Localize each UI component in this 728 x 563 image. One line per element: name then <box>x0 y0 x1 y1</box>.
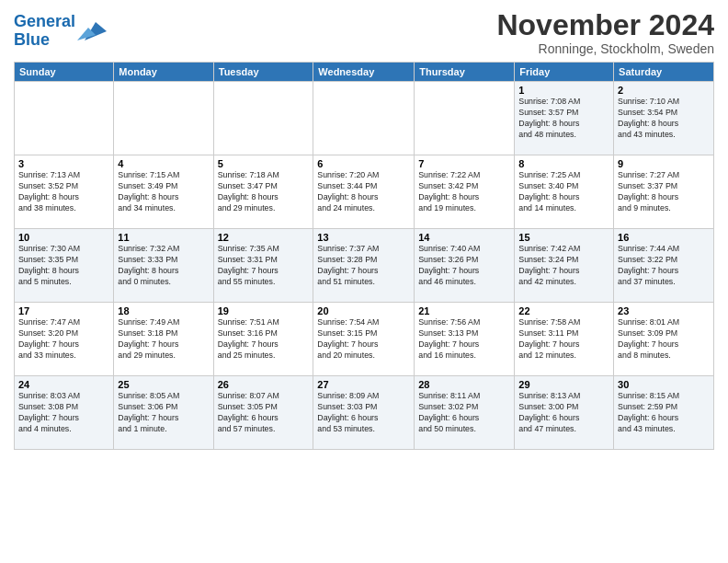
cell-week0-day6: 2Sunrise: 7:10 AMSunset: 3:54 PMDaylight… <box>614 82 714 155</box>
day-info: Sunrise: 8:07 AMSunset: 3:05 PMDaylight:… <box>218 391 310 435</box>
day-info: Sunrise: 7:25 AMSunset: 3:40 PMDaylight:… <box>518 170 609 214</box>
day-info: Sunrise: 7:30 AMSunset: 3:35 PMDaylight:… <box>18 244 109 288</box>
cell-week3-day4: 21Sunrise: 7:56 AMSunset: 3:13 PMDayligh… <box>415 303 515 376</box>
logo-text: General Blue <box>14 13 75 50</box>
cell-week4-day0: 24Sunrise: 8:03 AMSunset: 3:08 PMDayligh… <box>15 376 114 450</box>
cell-week4-day5: 29Sunrise: 8:13 AMSunset: 3:00 PMDayligh… <box>515 376 614 450</box>
week-row-0: 1Sunrise: 7:08 AMSunset: 3:57 PMDaylight… <box>15 82 714 155</box>
month-title: November 2024 <box>496 9 714 41</box>
header-sunday: Sunday <box>15 63 114 82</box>
cell-week1-day2: 5Sunrise: 7:18 AMSunset: 3:47 PMDaylight… <box>213 155 313 229</box>
cell-week2-day0: 10Sunrise: 7:30 AMSunset: 3:35 PMDayligh… <box>15 229 114 303</box>
day-number: 6 <box>317 158 410 169</box>
logo-line1: General <box>14 12 75 30</box>
day-info: Sunrise: 7:49 AMSunset: 3:18 PMDaylight:… <box>118 317 209 362</box>
day-number: 7 <box>418 158 510 169</box>
day-info: Sunrise: 8:13 AMSunset: 3:00 PMDaylight:… <box>518 391 609 435</box>
cell-week0-day2 <box>213 82 313 155</box>
day-number: 8 <box>518 158 609 169</box>
day-info: Sunrise: 7:58 AMSunset: 3:11 PMDaylight:… <box>518 317 609 362</box>
cell-week1-day0: 3Sunrise: 7:13 AMSunset: 3:52 PMDaylight… <box>15 155 114 229</box>
day-number: 30 <box>618 379 710 390</box>
day-number: 21 <box>418 305 510 316</box>
day-info: Sunrise: 7:56 AMSunset: 3:13 PMDaylight:… <box>418 317 510 362</box>
day-info: Sunrise: 7:18 AMSunset: 3:47 PMDaylight:… <box>218 170 310 214</box>
day-info: Sunrise: 7:08 AMSunset: 3:57 PMDaylight:… <box>518 97 609 141</box>
cell-week2-day2: 12Sunrise: 7:35 AMSunset: 3:31 PMDayligh… <box>213 229 313 303</box>
title-block: November 2024 Ronninge, Stockholm, Swede… <box>496 9 714 56</box>
cell-week3-day3: 20Sunrise: 7:54 AMSunset: 3:15 PMDayligh… <box>313 303 415 376</box>
day-number: 15 <box>518 232 609 243</box>
logo: General Blue <box>14 13 107 50</box>
header-thursday: Thursday <box>415 63 515 82</box>
cell-week1-day1: 4Sunrise: 7:15 AMSunset: 3:49 PMDaylight… <box>114 155 213 229</box>
day-info: Sunrise: 8:11 AMSunset: 3:02 PMDaylight:… <box>418 391 510 435</box>
day-info: Sunrise: 7:37 AMSunset: 3:28 PMDaylight:… <box>317 244 410 288</box>
cell-week0-day1 <box>114 82 213 155</box>
header-friday: Friday <box>515 63 614 82</box>
cell-week3-day6: 23Sunrise: 8:01 AMSunset: 3:09 PMDayligh… <box>614 303 714 376</box>
day-number: 28 <box>418 379 510 390</box>
day-number: 29 <box>518 379 609 390</box>
day-number: 23 <box>618 305 710 316</box>
day-info: Sunrise: 8:03 AMSunset: 3:08 PMDaylight:… <box>18 391 109 435</box>
cell-week1-day5: 8Sunrise: 7:25 AMSunset: 3:40 PMDaylight… <box>515 155 614 229</box>
day-info: Sunrise: 7:20 AMSunset: 3:44 PMDaylight:… <box>317 170 410 214</box>
day-info: Sunrise: 8:05 AMSunset: 3:06 PMDaylight:… <box>118 391 209 435</box>
cell-week4-day2: 26Sunrise: 8:07 AMSunset: 3:05 PMDayligh… <box>213 376 313 450</box>
day-number: 27 <box>317 379 410 390</box>
cell-week0-day3 <box>313 82 415 155</box>
cell-week2-day3: 13Sunrise: 7:37 AMSunset: 3:28 PMDayligh… <box>313 229 415 303</box>
week-row-1: 3Sunrise: 7:13 AMSunset: 3:52 PMDaylight… <box>15 155 714 229</box>
day-info: Sunrise: 7:44 AMSunset: 3:22 PMDaylight:… <box>618 244 710 288</box>
day-number: 24 <box>18 379 109 390</box>
cell-week3-day0: 17Sunrise: 7:47 AMSunset: 3:20 PMDayligh… <box>15 303 114 376</box>
page-header: General Blue November 2024 Ronninge, Sto… <box>14 9 714 56</box>
day-info: Sunrise: 7:47 AMSunset: 3:20 PMDaylight:… <box>18 317 109 362</box>
week-row-2: 10Sunrise: 7:30 AMSunset: 3:35 PMDayligh… <box>15 229 714 303</box>
day-info: Sunrise: 7:22 AMSunset: 3:42 PMDaylight:… <box>418 170 510 214</box>
cell-week3-day5: 22Sunrise: 7:58 AMSunset: 3:11 PMDayligh… <box>515 303 614 376</box>
calendar-table: Sunday Monday Tuesday Wednesday Thursday… <box>14 62 714 450</box>
day-info: Sunrise: 7:40 AMSunset: 3:26 PMDaylight:… <box>418 244 510 288</box>
logo-icon <box>77 18 107 44</box>
header-monday: Monday <box>114 63 213 82</box>
day-info: Sunrise: 7:10 AMSunset: 3:54 PMDaylight:… <box>618 97 710 141</box>
day-info: Sunrise: 8:15 AMSunset: 2:59 PMDaylight:… <box>618 391 710 435</box>
day-number: 26 <box>218 379 310 390</box>
day-info: Sunrise: 7:32 AMSunset: 3:33 PMDaylight:… <box>118 244 209 288</box>
day-number: 18 <box>118 305 209 316</box>
day-number: 9 <box>618 158 710 169</box>
day-info: Sunrise: 8:09 AMSunset: 3:03 PMDaylight:… <box>317 391 410 435</box>
cell-week2-day1: 11Sunrise: 7:32 AMSunset: 3:33 PMDayligh… <box>114 229 213 303</box>
cell-week1-day6: 9Sunrise: 7:27 AMSunset: 3:37 PMDaylight… <box>614 155 714 229</box>
day-number: 12 <box>218 232 310 243</box>
cell-week0-day0 <box>15 82 114 155</box>
day-number: 17 <box>18 305 109 316</box>
day-info: Sunrise: 7:54 AMSunset: 3:15 PMDaylight:… <box>317 317 410 362</box>
day-number: 5 <box>218 158 310 169</box>
day-info: Sunrise: 7:51 AMSunset: 3:16 PMDaylight:… <box>218 317 310 362</box>
cell-week3-day2: 19Sunrise: 7:51 AMSunset: 3:16 PMDayligh… <box>213 303 313 376</box>
day-number: 25 <box>118 379 209 390</box>
cell-week4-day6: 30Sunrise: 8:15 AMSunset: 2:59 PMDayligh… <box>614 376 714 450</box>
header-wednesday: Wednesday <box>313 63 415 82</box>
day-number: 3 <box>18 158 109 169</box>
week-row-3: 17Sunrise: 7:47 AMSunset: 3:20 PMDayligh… <box>15 303 714 376</box>
day-number: 4 <box>118 158 209 169</box>
weekday-header-row: Sunday Monday Tuesday Wednesday Thursday… <box>15 63 714 82</box>
day-info: Sunrise: 7:13 AMSunset: 3:52 PMDaylight:… <box>18 170 109 214</box>
cell-week1-day4: 7Sunrise: 7:22 AMSunset: 3:42 PMDaylight… <box>415 155 515 229</box>
cell-week2-day4: 14Sunrise: 7:40 AMSunset: 3:26 PMDayligh… <box>415 229 515 303</box>
day-number: 14 <box>418 232 510 243</box>
day-info: Sunrise: 7:27 AMSunset: 3:37 PMDaylight:… <box>618 170 710 214</box>
cell-week1-day3: 6Sunrise: 7:20 AMSunset: 3:44 PMDaylight… <box>313 155 415 229</box>
day-info: Sunrise: 7:42 AMSunset: 3:24 PMDaylight:… <box>518 244 609 288</box>
day-number: 1 <box>518 85 609 96</box>
day-info: Sunrise: 8:01 AMSunset: 3:09 PMDaylight:… <box>618 317 710 362</box>
day-number: 10 <box>18 232 109 243</box>
day-number: 11 <box>118 232 209 243</box>
day-info: Sunrise: 7:15 AMSunset: 3:49 PMDaylight:… <box>118 170 209 214</box>
day-number: 19 <box>218 305 310 316</box>
day-info: Sunrise: 7:35 AMSunset: 3:31 PMDaylight:… <box>218 244 310 288</box>
